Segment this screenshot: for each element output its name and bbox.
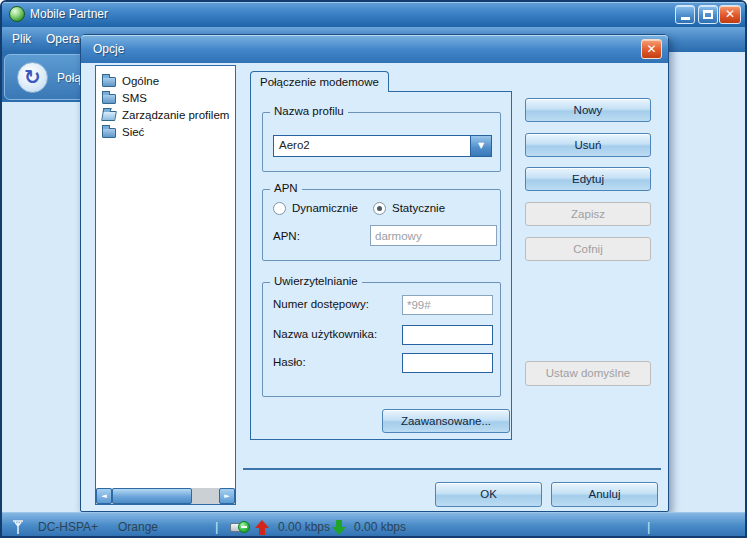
window-titlebar: Mobile Partner ✕ [2,2,745,27]
profile-combobox[interactable]: Aero2 ▼ [273,135,492,157]
password-input[interactable] [402,353,493,373]
tree-item-label: Ogólne [122,75,159,87]
tab-panel: Nazwa profilu Aero2 ▼ APN Dynamicznie St… [250,91,512,440]
scroll-right-button[interactable]: ► [219,488,235,504]
download-arrow-icon [332,520,346,535]
edit-button[interactable]: Edytuj [525,167,651,191]
dialog-close-icon: ✕ [646,42,656,56]
maximize-icon [703,10,713,19]
undo-button: Cofnij [525,237,651,261]
tree-item-siec[interactable]: Sieć [96,124,235,141]
buttons-separator [243,468,661,470]
delete-button[interactable]: Usuń [525,133,651,157]
folder-open-icon [101,111,117,121]
options-tree: Ogólne SMS Zarządzanie profilem Sieć ◄ [95,65,236,505]
statusbar: DC-HSPA+ Orange | 0.00 kbps 0.00 kbps | [2,512,745,538]
connected-indicator [238,521,250,533]
toolbar: ↻ Połączenie [2,52,92,102]
antenna-icon [11,518,25,536]
modem-status-icon [230,521,250,535]
username-label: Nazwa użytkownika: [273,328,377,340]
profile-group-title: Nazwa profilu [270,105,348,117]
auth-group: Uwierzytelnianie Numer dostępowy: Nazwa … [262,282,501,397]
main-window: Mobile Partner ✕ Plik Operacje ↻ Połącze… [0,0,747,538]
cancel-button[interactable]: Anuluj [551,482,658,507]
tree-item-ogolne[interactable]: Ogólne [96,73,235,90]
scroll-left-button[interactable]: ◄ [96,488,112,504]
apn-label: APN: [273,230,300,242]
folder-icon [102,94,116,104]
combo-selected-value: Aero2 [279,139,310,151]
username-input[interactable] [402,325,493,345]
new-button[interactable]: Nowy [525,98,651,122]
tab-polaczenie-modemowe[interactable]: Połączenie modemowe [250,71,389,92]
download-rate: 0.00 kbps [354,520,406,534]
advanced-button[interactable]: Zaawansowane... [382,409,510,433]
app-icon [9,6,25,22]
tree-item-zarzadzanie-profilem[interactable]: Zarządzanie profilem [96,107,235,124]
tree-horizontal-scrollbar: ◄ ► [96,488,235,504]
close-icon: ✕ [725,7,735,21]
sync-icon: ↻ [17,62,48,93]
minimize-icon [681,17,690,20]
access-number-input[interactable] [402,295,493,315]
network-type: DC-HSPA+ [38,520,98,534]
dialog-title: Opcje [93,42,124,56]
minimize-button[interactable] [675,5,695,24]
connect-button[interactable]: ↻ Połączenie [4,54,90,100]
access-number-label: Numer dostępowy: [273,298,369,310]
radio-dynamic-label: Dynamicznie [292,202,358,214]
upload-arrow-icon [255,520,269,535]
tree-item-label: SMS [122,92,147,104]
tree-item-label: Zarządzanie profilem [122,109,229,121]
status-separator: | [215,519,218,534]
apn-group: APN Dynamicznie Statycznie APN: [262,189,501,261]
maximize-button[interactable] [698,5,718,24]
tree-item-sms[interactable]: SMS [96,90,235,107]
apn-input[interactable] [370,225,497,246]
folder-icon [102,77,116,87]
password-label: Hasło: [273,356,306,368]
window-title: Mobile Partner [30,7,108,21]
dialog-close-button[interactable]: ✕ [641,39,662,59]
scroll-left-icon: ◄ [101,492,106,500]
radio-dynamic[interactable] [273,202,286,215]
menu-item-plik[interactable]: Plik [12,32,31,46]
tree-item-label: Sieć [122,126,144,138]
ok-button[interactable]: OK [435,482,542,507]
auth-group-title: Uwierzytelnianie [270,275,362,287]
dialog-titlebar: Opcje ✕ [81,35,668,63]
options-dialog: Opcje ✕ Ogólne SMS Zarządzanie profilem [80,34,669,512]
radio-static[interactable] [373,202,386,215]
radio-static-label: Statycznie [392,202,445,214]
close-button[interactable]: ✕ [719,5,741,24]
profile-name-group: Nazwa profilu Aero2 ▼ [262,112,501,172]
set-default-button: Ustaw domyślne [525,361,651,386]
chevron-down-icon: ▼ [478,141,484,150]
scroll-right-icon: ► [224,492,229,500]
apn-group-title: APN [270,182,302,194]
scroll-thumb[interactable] [112,488,192,504]
folder-icon [102,128,116,138]
save-button: Zapisz [525,202,651,226]
operator-name: Orange [118,520,158,534]
combo-dropdown-button[interactable]: ▼ [470,136,491,156]
tree-items: Ogólne SMS Zarządzanie profilem Sieć [96,66,235,141]
status-separator-2: | [647,519,650,534]
upload-rate: 0.00 kbps [278,520,330,534]
